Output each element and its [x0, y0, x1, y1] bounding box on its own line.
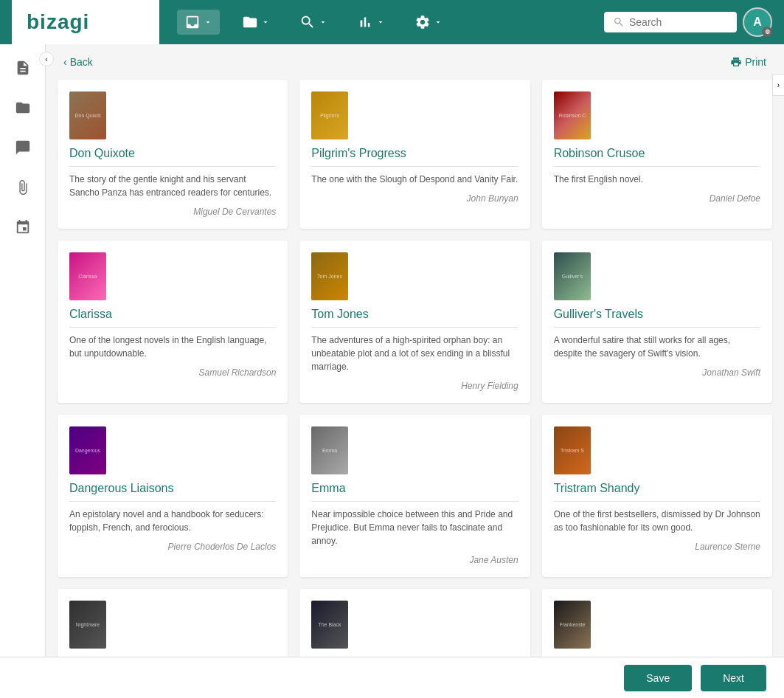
- save-button[interactable]: Save: [624, 665, 692, 691]
- book-title: Dangerous Liaisons: [69, 482, 276, 502]
- chart-nav-button[interactable]: [350, 10, 392, 35]
- attachment-icon: [15, 179, 31, 196]
- book-cover: Dangerous: [69, 426, 106, 474]
- book-cover: Pilgrim's: [311, 91, 348, 139]
- user-avatar[interactable]: A ⚙: [743, 7, 772, 37]
- sidebar-toggle[interactable]: ‹: [39, 52, 54, 66]
- book-cover-art: The Black: [311, 601, 348, 649]
- book-title: Tristram Shandy: [554, 482, 760, 502]
- book-title: Gulliver's Travels: [554, 308, 760, 328]
- user-settings-icon: ⚙: [762, 27, 772, 37]
- book-author: Jane Austen: [311, 555, 518, 565]
- sidebar-item-chat[interactable]: [7, 131, 39, 164]
- book-description: The first English novel.: [554, 173, 760, 186]
- search-input[interactable]: [629, 16, 718, 28]
- book-author: Jonathan Swift: [554, 367, 760, 378]
- main-content: › ‹ Back Print Don Quixot Don Quixote Th…: [46, 44, 784, 698]
- svg-text:Gulliver's: Gulliver's: [561, 274, 583, 279]
- book-description: A wonderful satire that still works for …: [554, 334, 760, 360]
- book-card: Gulliver's Gulliver's Travels A wonderfu…: [542, 241, 772, 403]
- book-description: Near impossible choice between this and …: [311, 508, 518, 547]
- book-card: Emma Emma Near impossible choice between…: [299, 415, 530, 577]
- top-navigation: bizagi A ⚙: [0, 0, 784, 44]
- chevron-down-icon3: [319, 18, 327, 27]
- sidebar: ‹: [0, 44, 46, 698]
- folder-icon: [242, 14, 258, 30]
- book-cover: Nightmare: [69, 601, 106, 649]
- inbox-nav-button[interactable]: [177, 10, 220, 35]
- book-title: Robinson Crusoe: [554, 147, 760, 167]
- svg-text:Dangerous: Dangerous: [75, 448, 101, 454]
- svg-text:Robinson C: Robinson C: [558, 113, 586, 118]
- sidebar-item-documents[interactable]: [7, 52, 39, 84]
- book-author: Henry Fielding: [311, 381, 518, 391]
- book-cover-art: Pilgrim's: [311, 91, 348, 139]
- print-label: Print: [745, 56, 766, 68]
- book-title: Pilgrim's Progress: [311, 147, 518, 167]
- sidebar-item-folder[interactable]: [7, 91, 39, 124]
- book-cover: Tristram S: [554, 426, 591, 474]
- book-cover-art: Clarissa: [69, 252, 106, 300]
- document-icon: [15, 60, 31, 76]
- book-cover: Clarissa: [69, 252, 106, 300]
- book-description: The one with the Slough of Despond and V…: [311, 173, 518, 186]
- book-card: Tom Jones Tom Jones The adventures of a …: [299, 241, 530, 403]
- right-panel-toggle[interactable]: ›: [772, 74, 784, 96]
- svg-text:Don Quixot: Don Quixot: [74, 113, 100, 119]
- back-chevron-icon: ‹: [63, 56, 67, 68]
- book-author: Samuel Richardson: [69, 367, 276, 378]
- print-link[interactable]: Print: [730, 56, 766, 68]
- books-grid: Don Quixot Don Quixote The story of the …: [46, 80, 784, 698]
- book-cover-art: Frankenste: [554, 601, 591, 649]
- search-nav-button[interactable]: [292, 10, 335, 35]
- book-cover-art: Tristram S: [554, 426, 591, 474]
- book-cover-art: Emma: [311, 426, 348, 474]
- sidebar-item-flow[interactable]: [7, 211, 39, 243]
- book-card: Don Quixot Don Quixote The story of the …: [58, 80, 288, 229]
- book-card: Robinson C Robinson Crusoe The first Eng…: [542, 80, 772, 229]
- book-cover-art: Tom Jones: [311, 252, 348, 300]
- inbox-icon: [184, 14, 201, 30]
- book-author: Miguel De Cervantes: [69, 207, 276, 217]
- book-description: The story of the gentle knight and his s…: [69, 173, 276, 199]
- book-author: Daniel Defoe: [554, 193, 760, 204]
- book-card: Pilgrim's Pilgrim's Progress The one wit…: [299, 80, 530, 229]
- nav-icons: [165, 10, 598, 35]
- svg-text:Tom Jones: Tom Jones: [317, 274, 342, 279]
- logo: bizagi: [27, 10, 89, 34]
- svg-text:Clarissa: Clarissa: [78, 274, 97, 279]
- book-cover: Robinson C: [554, 91, 591, 139]
- svg-text:Pilgrim's: Pilgrim's: [320, 113, 340, 119]
- search-icon: [299, 14, 316, 30]
- book-description: The adventures of a high-spirited orphan…: [311, 334, 518, 373]
- book-cover: Tom Jones: [311, 252, 348, 300]
- svg-text:Frankenste: Frankenste: [559, 622, 585, 627]
- gear-icon: [414, 14, 431, 30]
- settings-nav-button[interactable]: [407, 10, 450, 35]
- book-description: One of the longest novels in the English…: [69, 334, 276, 360]
- search-icon-small: [613, 16, 625, 28]
- search-bar[interactable]: [604, 12, 737, 32]
- book-title: Don Quixote: [69, 147, 276, 167]
- folder-nav-button[interactable]: [235, 10, 277, 35]
- chevron-down-icon2: [261, 18, 270, 27]
- book-cover-art: Dangerous: [69, 426, 106, 474]
- svg-text:The Black: The Black: [319, 622, 342, 627]
- book-cover: The Black: [311, 601, 348, 649]
- book-cover: Don Quixot: [69, 91, 106, 139]
- svg-text:Tristram S: Tristram S: [561, 448, 584, 453]
- book-card: Dangerous Dangerous Liaisons An epistola…: [58, 415, 288, 577]
- book-author: John Bunyan: [311, 193, 518, 204]
- print-icon: [730, 56, 742, 68]
- sidebar-item-attachment[interactable]: [7, 171, 39, 204]
- book-title: Tom Jones: [311, 308, 518, 328]
- chat-icon: [15, 139, 31, 156]
- content-header: ‹ Back Print: [46, 44, 784, 80]
- back-label: Back: [70, 56, 93, 68]
- book-card: Clarissa Clarissa One of the longest nov…: [58, 241, 288, 403]
- footer: Save Next: [0, 657, 784, 698]
- book-cover-art: Nightmare: [69, 601, 106, 649]
- back-link[interactable]: ‹ Back: [63, 56, 93, 68]
- next-button[interactable]: Next: [701, 665, 766, 691]
- book-description: One of the first bestsellers, dismissed …: [554, 508, 760, 534]
